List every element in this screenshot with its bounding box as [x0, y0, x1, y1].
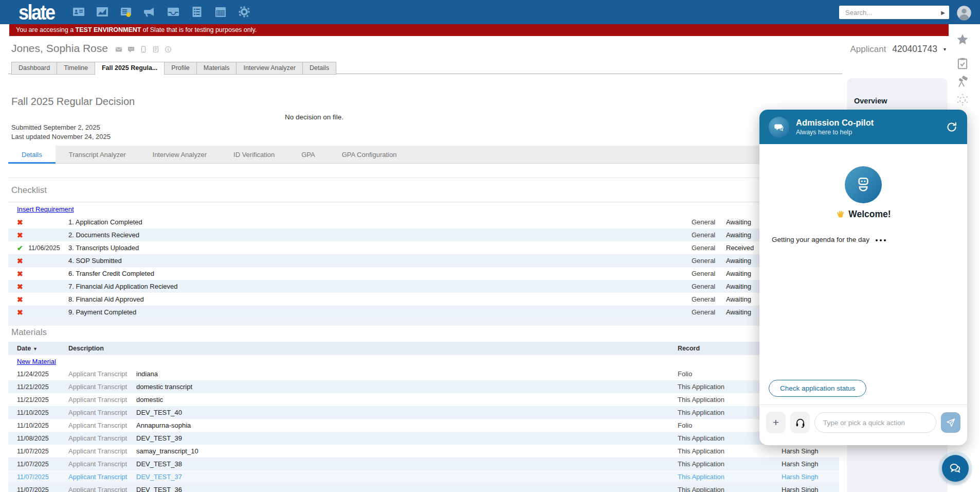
material-date: 11/21/2025: [17, 383, 68, 391]
checklist-row[interactable]: ✖ 6. Transfer Credit Completed General A…: [8, 267, 839, 280]
material-row[interactable]: 11/21/2025 Applicant Transcript domestic…: [8, 393, 839, 406]
star-icon[interactable]: [956, 33, 969, 46]
last-updated-date: Last updated November 24, 2025: [11, 132, 111, 142]
record-tab[interactable]: Dashboard: [11, 62, 57, 75]
record-tab[interactable]: Fall 2025 Regula...: [95, 62, 164, 75]
telescope-icon[interactable]: [956, 75, 969, 89]
megaphone-icon[interactable]: [143, 6, 156, 18]
material-row[interactable]: 11/08/2025 Applicant Transcript DEV_TEST…: [8, 432, 839, 445]
checklist-status-icon[interactable]: ✖: [17, 257, 28, 265]
material-date: 11/08/2025: [17, 435, 68, 442]
banner-text-suffix: of Slate that is for testing purposes on…: [141, 26, 257, 33]
material-row[interactable]: 11/10/2025 Applicant Transcript Annapurn…: [8, 419, 839, 432]
refresh-icon[interactable]: [946, 121, 958, 133]
material-row[interactable]: 11/07/2025 Applicant Transcript DEV_TEST…: [8, 458, 839, 470]
inbox-icon[interactable]: [167, 6, 179, 18]
insert-requirement-link[interactable]: Insert Requirement: [17, 205, 74, 213]
material-type: Applicant Transcript: [68, 421, 136, 429]
checklist-group: General: [692, 270, 726, 277]
material-row[interactable]: 11/07/2025 Applicant Transcript DEV_TEST…: [8, 483, 839, 492]
record-tab[interactable]: Profile: [164, 62, 196, 75]
form-icon[interactable]: [191, 6, 203, 18]
reader-icon[interactable]: [120, 6, 132, 18]
material-type: Applicant Transcript: [68, 486, 136, 492]
robot-avatar-icon: [845, 166, 882, 203]
checklist-row[interactable]: ✔ 11/06/2025 3. Transcripts Uploaded Gen…: [8, 241, 839, 254]
materials-header-date[interactable]: Date▼: [17, 345, 68, 352]
material-record: This Application: [678, 486, 782, 492]
checklist-row[interactable]: ✖ 1. Application Completed General Await…: [8, 216, 839, 229]
insert-requirement-row: Insert Requirement: [8, 202, 839, 216]
headset-button[interactable]: [790, 412, 810, 433]
material-type: Applicant Transcript: [68, 447, 136, 455]
gear-icon[interactable]: [238, 6, 250, 18]
checklist-group: General: [692, 295, 726, 303]
copilot-title: Admission Co-pilot: [796, 118, 874, 128]
chat-message-input[interactable]: [814, 412, 936, 433]
application-subtab[interactable]: Transcript Analyzer: [56, 146, 139, 164]
applicant-id: 420401743: [892, 44, 937, 55]
checklist-row[interactable]: ✖ 2. Documents Recieved General Awaiting: [8, 229, 839, 241]
record-tab[interactable]: Materials: [196, 62, 237, 75]
material-row[interactable]: 11/07/2025 Applicant Transcript DEV_TEST…: [8, 470, 839, 483]
application-subtab[interactable]: GPA Configuration: [329, 146, 410, 164]
checklist-group: General: [692, 244, 726, 252]
material-row[interactable]: 11/10/2025 Applicant Transcript DEV_TEST…: [8, 406, 839, 419]
application-subtab[interactable]: GPA: [288, 146, 329, 164]
search-input[interactable]: [844, 8, 941, 17]
welcome-message: Welcome!: [759, 209, 967, 220]
id-card-icon[interactable]: [72, 6, 85, 18]
checklist-row[interactable]: ✖ 7. Financial Aid Application Recieved …: [8, 280, 839, 293]
top-navigation-bar: slate ▶: [0, 0, 980, 24]
email-icon[interactable]: [115, 46, 122, 53]
material-row[interactable]: 11/07/2025 Applicant Transcript samay_tr…: [8, 445, 839, 458]
clipboard-check-icon[interactable]: [956, 57, 969, 70]
attach-plus-button[interactable]: +: [766, 412, 786, 433]
slate-logo[interactable]: slate: [19, 1, 55, 25]
checklist-status-icon[interactable]: ✖: [17, 296, 28, 303]
application-subtab[interactable]: ID Verification: [220, 146, 288, 164]
copilot-status-text: Getting your agenda for the day: [772, 236, 886, 243]
material-uploader: Harsh Singh: [782, 447, 839, 455]
sun-icon[interactable]: [956, 93, 969, 106]
checklist-row[interactable]: ✖ 4. SOP Submitted General Awaiting: [8, 254, 839, 267]
material-row[interactable]: 11/21/2025 Applicant Transcript domestic…: [8, 380, 839, 393]
record-tab[interactable]: Details: [302, 62, 336, 75]
checklist-status-icon[interactable]: ✖: [17, 309, 28, 316]
record-type-selector[interactable]: Applicant 420401743 ▾: [850, 44, 946, 55]
send-button[interactable]: [941, 412, 960, 433]
user-avatar[interactable]: [956, 5, 972, 21]
check-application-status-button[interactable]: Check application status: [769, 380, 866, 397]
record-tab[interactable]: Interview Analyzer: [236, 62, 302, 75]
material-row[interactable]: 11/24/2025 Applicant Transcript indiana …: [8, 367, 839, 380]
materials-header-row: Date▼ Description Record: [8, 342, 839, 355]
sms-icon[interactable]: [128, 46, 135, 53]
checklist-status-icon[interactable]: ✖: [17, 219, 28, 226]
chat-launcher-button[interactable]: [942, 455, 969, 482]
material-type: Applicant Transcript: [68, 370, 136, 378]
submitted-date: Submitted September 2, 2025: [11, 123, 111, 132]
record-type-label: Applicant: [850, 44, 886, 55]
copilot-subtitle: Always here to help: [796, 129, 874, 136]
typing-dots: [874, 236, 886, 243]
checklist-status-icon[interactable]: ✔: [17, 244, 28, 252]
material-record: This Application: [678, 460, 782, 468]
application-title: Fall 2025 Regular Decision: [11, 96, 135, 108]
calendar-icon[interactable]: [214, 6, 227, 18]
checklist-row[interactable]: ✖ 8. Financial Aid Approved General Awai…: [8, 293, 839, 306]
checklist-status-icon[interactable]: ✖: [17, 283, 28, 290]
fax-icon[interactable]: [152, 46, 159, 53]
application-subtab[interactable]: Details: [8, 146, 56, 164]
checklist-status-icon[interactable]: ✖: [17, 270, 28, 277]
checklist-row[interactable]: ✖ 9. Payment Completed General Awaiting: [8, 306, 839, 319]
record-tab[interactable]: Timeline: [57, 62, 95, 75]
mobile-icon[interactable]: [140, 46, 147, 53]
new-material-link[interactable]: New Material: [17, 358, 56, 365]
checklist-status-icon[interactable]: ✖: [17, 232, 28, 239]
checklist-item-label: 3. Transcripts Uploaded: [68, 244, 692, 252]
chart-icon[interactable]: [96, 6, 108, 18]
materials-header-description[interactable]: Description: [68, 345, 136, 352]
info-icon[interactable]: [165, 46, 172, 53]
search-submit-icon[interactable]: ▶: [941, 10, 945, 15]
application-subtab[interactable]: Interview Analyzer: [139, 146, 221, 164]
